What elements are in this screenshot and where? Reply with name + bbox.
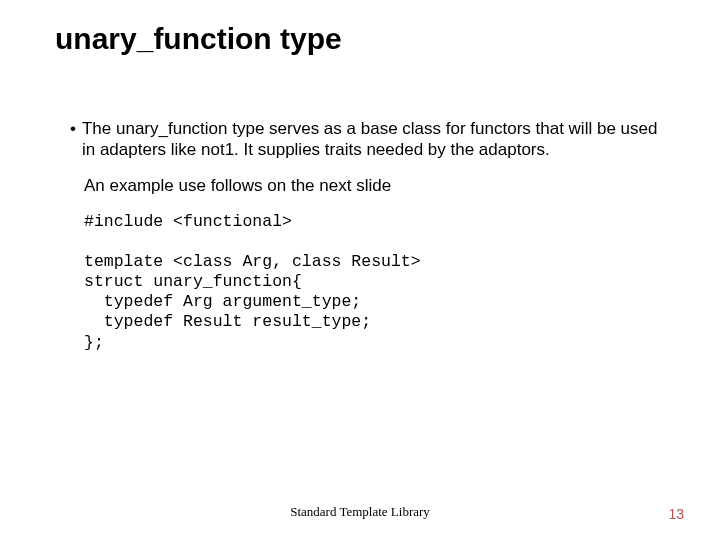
- slide-title: unary_function type: [55, 22, 342, 56]
- example-note: An example use follows on the next slide: [84, 175, 660, 196]
- bullet-item: • The unary_function type serves as a ba…: [70, 118, 660, 161]
- page-number: 13: [668, 506, 684, 522]
- bullet-text: The unary_function type serves as a base…: [82, 118, 660, 161]
- footer-text: Standard Template Library: [0, 504, 720, 520]
- bullet-marker: •: [70, 118, 76, 161]
- slide: unary_function type • The unary_function…: [0, 0, 720, 540]
- slide-body: • The unary_function type serves as a ba…: [70, 118, 660, 353]
- code-block: #include <functional> template <class Ar…: [84, 212, 660, 353]
